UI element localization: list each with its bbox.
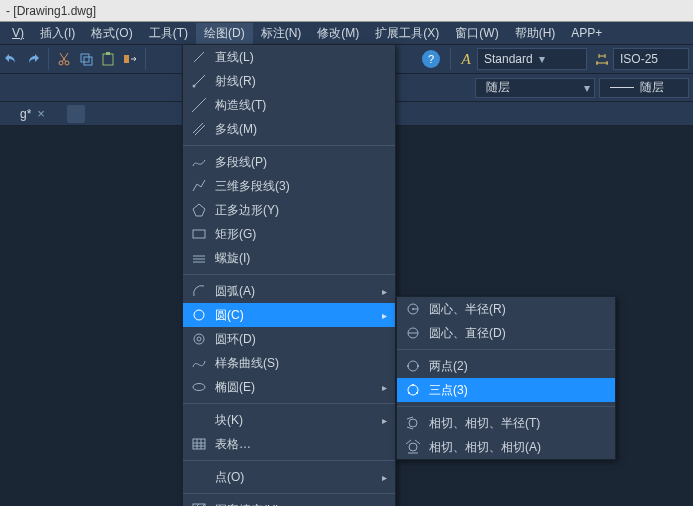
svg-rect-4 (124, 55, 129, 63)
menu-app[interactable]: APP+ (563, 24, 610, 42)
draw-menu: 直线(L) 射线(R) 构造线(T) 多线(M) 多段线(P) 三维多段线(3)… (182, 44, 396, 506)
draw-point[interactable]: 点(O)▸ (183, 465, 395, 489)
draw-xline[interactable]: 构造线(T) (183, 93, 395, 117)
draw-polygon[interactable]: 正多边形(Y) (183, 198, 395, 222)
menu-bar: V) 插入(I) 格式(O) 工具(T) 绘图(D) 标注(N) 修改(M) 扩… (0, 22, 693, 44)
circle-center-radius[interactable]: 圆心、半径(R) (397, 297, 615, 321)
svg-line-42 (406, 440, 411, 444)
circle-2points[interactable]: 两点(2) (397, 354, 615, 378)
menu-help[interactable]: 帮助(H) (507, 23, 564, 44)
svg-point-41 (409, 443, 417, 451)
draw-ray[interactable]: 射线(R) (183, 69, 395, 93)
menu-tools[interactable]: 工具(T) (141, 23, 196, 44)
menu-dim[interactable]: 标注(N) (253, 23, 310, 44)
close-icon[interactable]: × (37, 106, 45, 121)
svg-point-35 (412, 384, 414, 386)
layer-select[interactable]: 随层▾ (475, 78, 595, 98)
svg-point-31 (408, 361, 418, 371)
textstyle-select[interactable]: Standard▾ (477, 48, 587, 70)
draw-hatch[interactable]: 图案填充(H)… (183, 498, 395, 506)
circle-3points[interactable]: 三点(3) (397, 378, 615, 402)
svg-line-8 (192, 98, 206, 112)
dimstyle-icon[interactable] (591, 48, 613, 70)
svg-point-14 (194, 334, 204, 344)
svg-point-7 (193, 85, 196, 88)
draw-circle[interactable]: 圆(C)▸ (183, 303, 395, 327)
menu-view[interactable]: V) (4, 24, 32, 42)
svg-point-38 (409, 419, 417, 427)
svg-rect-0 (81, 54, 89, 62)
svg-marker-11 (193, 204, 205, 216)
svg-point-33 (417, 365, 419, 367)
title-bar: - [Drawing1.dwg] (0, 0, 693, 22)
draw-rect[interactable]: 矩形(G) (183, 222, 395, 246)
match-icon[interactable] (119, 48, 141, 70)
paste-icon[interactable] (97, 48, 119, 70)
draw-block[interactable]: 块(K)▸ (183, 408, 395, 432)
menu-insert[interactable]: 插入(I) (32, 23, 83, 44)
draw-mline[interactable]: 多线(M) (183, 117, 395, 141)
circle-submenu: 圆心、半径(R) 圆心、直径(D) 两点(2) 三点(3) 相切、相切、半径(T… (396, 296, 616, 460)
svg-line-6 (194, 75, 205, 86)
new-tab-icon[interactable] (67, 105, 85, 123)
draw-arc[interactable]: 圆弧(A)▸ (183, 279, 395, 303)
draw-ellipse[interactable]: 椭圆(E)▸ (183, 375, 395, 399)
svg-point-36 (408, 392, 410, 394)
linetype-select[interactable]: 随层 (599, 78, 689, 98)
svg-point-32 (407, 365, 409, 367)
menu-modify[interactable]: 修改(M) (309, 23, 367, 44)
svg-point-37 (416, 392, 418, 394)
menu-format[interactable]: 格式(O) (83, 23, 140, 44)
cut-icon[interactable] (53, 48, 75, 70)
svg-rect-17 (193, 439, 205, 449)
svg-line-43 (415, 440, 420, 444)
svg-rect-12 (193, 230, 205, 238)
textstyle-icon[interactable]: A (455, 48, 477, 70)
doc-tab[interactable]: g*× (6, 103, 59, 125)
draw-spiral[interactable]: 螺旋(I) (183, 246, 395, 270)
menu-window[interactable]: 窗口(W) (447, 23, 506, 44)
svg-line-5 (194, 52, 204, 62)
menu-ext[interactable]: 扩展工具(X) (367, 23, 447, 44)
help-icon[interactable]: ? (422, 50, 440, 68)
circle-ttt[interactable]: 相切、相切、相切(A) (397, 435, 615, 459)
draw-table[interactable]: 表格… (183, 432, 395, 456)
copy-icon[interactable] (75, 48, 97, 70)
svg-rect-2 (103, 54, 113, 65)
draw-donut[interactable]: 圆环(D) (183, 327, 395, 351)
menu-draw[interactable]: 绘图(D) (196, 23, 253, 44)
svg-point-16 (193, 384, 205, 391)
draw-spline[interactable]: 样条曲线(S) (183, 351, 395, 375)
svg-point-15 (197, 337, 201, 341)
dimstyle-select[interactable]: ISO-25 (613, 48, 689, 70)
draw-3dpline[interactable]: 三维多段线(3) (183, 174, 395, 198)
svg-rect-1 (84, 57, 92, 65)
svg-rect-3 (106, 52, 110, 55)
draw-line[interactable]: 直线(L) (183, 45, 395, 69)
draw-pline[interactable]: 多段线(P) (183, 150, 395, 174)
circle-ttr[interactable]: 相切、相切、半径(T) (397, 411, 615, 435)
redo-icon[interactable] (22, 48, 44, 70)
circle-center-diameter[interactable]: 圆心、直径(D) (397, 321, 615, 345)
undo-icon[interactable] (0, 48, 22, 70)
svg-point-13 (194, 310, 204, 320)
